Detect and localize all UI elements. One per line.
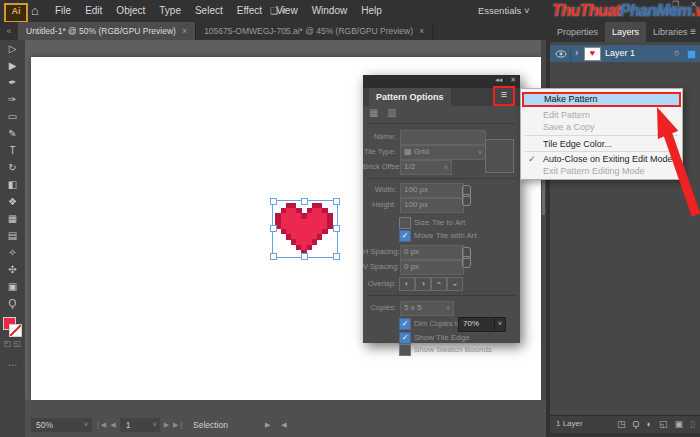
menu-select[interactable]: Select: [188, 0, 230, 22]
collapse-panel-icon[interactable]: ◂◂: [495, 76, 502, 83]
first-artboard-icon[interactable]: ❘◀: [95, 421, 106, 429]
new-sublayer-icon[interactable]: ◱: [659, 416, 668, 432]
auto-close-label: Auto-Close on Exiting Edit Mode: [543, 154, 673, 164]
target-circle-icon[interactable]: ○: [674, 45, 679, 62]
selection-handle[interactable]: [333, 225, 340, 232]
paintbrush-tool[interactable]: ✑: [0, 91, 25, 108]
menu-type[interactable]: Type: [152, 0, 188, 22]
menu-edit[interactable]: Edit: [78, 0, 109, 22]
layer-name[interactable]: Layer 1: [605, 45, 635, 62]
zoom-tool[interactable]: Ϙ: [0, 295, 25, 312]
locate-object-icon[interactable]: Ϙ: [633, 416, 640, 432]
tab-libraries[interactable]: Libraries: [646, 22, 695, 42]
selection-tool[interactable]: ▷: [0, 40, 25, 57]
eyedropper-tool[interactable]: ✧: [0, 244, 25, 261]
overlap-left-front-button[interactable]: ◐: [399, 277, 415, 291]
edit-toolbar-button[interactable]: …: [0, 357, 25, 368]
artboard-number-dropdown[interactable]: 1 ˅: [120, 418, 160, 432]
pattern-options-menu-button[interactable]: ≡: [493, 86, 515, 106]
draw-mode-buttons[interactable]: ◰ ◱: [0, 338, 25, 349]
close-panel-icon[interactable]: ✕: [510, 76, 516, 83]
selection-handle[interactable]: [270, 253, 277, 260]
width-input: 100 px: [400, 183, 464, 198]
close-tab-icon[interactable]: ×: [182, 26, 187, 36]
overlap-bottom-front-button[interactable]: ◒: [447, 277, 463, 291]
arrow-left-icon[interactable]: ◀: [281, 421, 286, 428]
show-swatch-bounds-row: Show Swatch Bounds: [363, 344, 520, 356]
selection-handle[interactable]: [301, 253, 308, 260]
pattern-options-title: Pattern Options: [369, 88, 451, 106]
arrow-right-icon[interactable]: ▶: [265, 421, 270, 428]
link-spacing-icon[interactable]: [462, 247, 470, 269]
show-swatch-bounds-checkbox[interactable]: [399, 344, 411, 356]
pattern-tile-tool-icon[interactable]: ▦ ▥: [369, 107, 400, 118]
selection-handle[interactable]: [333, 253, 340, 260]
overlap-right-front-button[interactable]: ◑: [415, 277, 431, 291]
document-tab-105675[interactable]: 105675-OMWEGJ-705.ai* @ 45% (RGB/GPU Pre…: [196, 22, 433, 40]
show-tile-edge-checkbox[interactable]: ✓: [399, 332, 411, 344]
menu-window[interactable]: Window: [305, 0, 355, 22]
visibility-eye-icon[interactable]: [555, 50, 567, 58]
menu-effect[interactable]: Effect: [230, 0, 269, 22]
selection-bounding-box[interactable]: [272, 200, 338, 258]
rectangle-tool[interactable]: ▭: [0, 108, 25, 125]
toolbar-collapse-icon[interactable]: «: [0, 22, 18, 40]
home-icon[interactable]: ⌂: [31, 2, 39, 20]
fill-stroke-swatches[interactable]: [0, 316, 25, 338]
selection-handle[interactable]: [301, 198, 308, 205]
direct-selection-tool[interactable]: ▶: [0, 57, 25, 74]
pen-tool[interactable]: ✒: [0, 74, 25, 91]
show-swatch-bounds-label: Show Swatch Bounds: [414, 344, 492, 355]
make-mask-icon[interactable]: ◐: [647, 416, 652, 432]
menu-item-make-pattern[interactable]: Make Pattern: [522, 92, 681, 107]
shape-builder-tool[interactable]: ❖: [0, 193, 25, 210]
layer-thumbnail[interactable]: ♥: [584, 47, 601, 61]
menu-item-auto-close[interactable]: ✓ Auto-Close on Exiting Edit Mode: [521, 153, 682, 165]
link-dimensions-icon[interactable]: [462, 185, 470, 207]
menu-object[interactable]: Object: [109, 0, 152, 22]
status-bar: 50% ˅ ❘◀ ◀ 1 ˅ ▶ ▶❘ Selection ▶ ◀: [25, 400, 546, 437]
dim-copies-dropdown[interactable]: 70% ˅: [458, 317, 506, 332]
menu-file[interactable]: File: [48, 0, 78, 22]
selection-handle[interactable]: [270, 225, 277, 232]
rotate-tool[interactable]: ↻: [0, 159, 25, 176]
delete-layer-icon[interactable]: ▯: [690, 416, 695, 432]
tab-properties[interactable]: Properties: [550, 22, 605, 42]
document-arrangement-button[interactable]: ❏ ˅: [270, 0, 286, 22]
document-tab-untitled[interactable]: Untitled-1* @ 50% (RGB/GPU Preview) ×: [18, 22, 196, 40]
pencil-tool[interactable]: ✎: [0, 125, 25, 142]
height-row: Height: 100 px: [363, 198, 520, 211]
next-artboard-icon[interactable]: ▶: [164, 421, 169, 429]
menu-help[interactable]: Help: [354, 0, 389, 22]
type-tool[interactable]: T: [0, 142, 25, 159]
expand-layer-icon[interactable]: ›: [575, 45, 578, 61]
close-tab-icon[interactable]: ×: [419, 26, 424, 36]
tab-layers[interactable]: Layers: [605, 22, 646, 42]
hand-tool[interactable]: ✣: [0, 261, 25, 278]
selection-indicator[interactable]: [687, 50, 696, 59]
show-tile-edge-label: Show Tile Edge: [414, 331, 470, 344]
layers-panel-footer: 1 Layer ◳ Ϙ ◐ ◱ ▣ ▯: [550, 415, 700, 433]
gradient-tool[interactable]: ▤: [0, 227, 25, 244]
layer-row[interactable]: › ♥ Layer 1 ○: [550, 45, 700, 62]
selection-handle[interactable]: [270, 198, 277, 205]
new-layer-icon[interactable]: ▣: [675, 416, 684, 432]
panel-menu-icon[interactable]: ≡: [690, 22, 696, 42]
previous-artboard-icon[interactable]: ◀: [110, 421, 115, 429]
size-tile-checkbox[interactable]: [399, 217, 411, 229]
last-artboard-icon[interactable]: ▶❘: [173, 421, 184, 429]
selection-handle[interactable]: [333, 198, 340, 205]
zoom-level-dropdown[interactable]: 50% ˅: [31, 418, 92, 432]
workspace-switcher[interactable]: Essentials ˅: [478, 0, 530, 22]
menu-item-tile-edge-color[interactable]: Tile Edge Color...: [521, 138, 682, 150]
stroke-color-swatch[interactable]: [9, 324, 22, 337]
eraser-tool[interactable]: ◧: [0, 176, 25, 193]
move-tile-checkbox[interactable]: ✓: [399, 230, 411, 242]
dim-copies-checkbox[interactable]: ✓: [399, 318, 411, 330]
mesh-tool[interactable]: ▦: [0, 210, 25, 227]
collect-for-export-icon[interactable]: ◳: [617, 416, 626, 432]
h-spacing-label: H Spacing:: [363, 245, 396, 258]
size-tile-label: Size Tile to Art: [414, 216, 465, 229]
artboard-tool[interactable]: ▣: [0, 278, 25, 295]
overlap-top-front-button[interactable]: ◓: [431, 277, 447, 291]
